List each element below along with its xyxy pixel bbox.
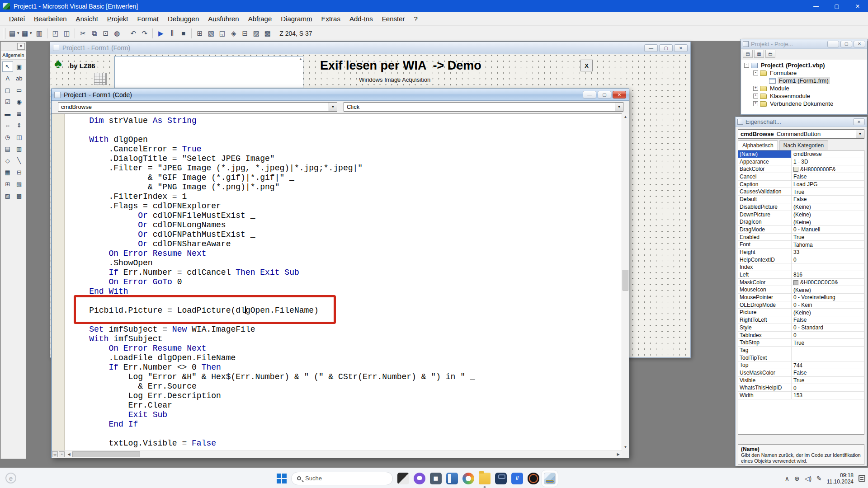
code-line[interactable]: Or cdlOFNPathMustExist _	[70, 230, 622, 239]
hscrollbar-tool[interactable]: ⇔	[2, 120, 13, 131]
property-row[interactable]: CaptionLoad JPG	[738, 181, 864, 188]
horizontal-scroll-thumb[interactable]	[72, 451, 140, 457]
optionbutton-tool[interactable]: ◉	[14, 97, 24, 107]
code-line[interactable]	[70, 429, 622, 439]
property-value[interactable]: True	[792, 377, 864, 384]
code-line[interactable]	[70, 126, 622, 135]
cut-button[interactable]: ✂	[77, 28, 89, 39]
minimize-button[interactable]: —	[806, 0, 826, 12]
code-line[interactable]: If Err.Number = cdlCancel Then Exit Sub	[70, 268, 622, 277]
timer-tool[interactable]: ◷	[2, 132, 13, 142]
code-line[interactable]: With dlgOpen	[70, 135, 622, 145]
form-textbox-control[interactable]: ▲	[114, 56, 303, 88]
media-player-app-icon[interactable]	[528, 473, 539, 484]
commandbutton-tool[interactable]: ▭	[14, 85, 24, 95]
property-row[interactable]: UseMaskColorFalse	[738, 369, 864, 377]
property-value[interactable]: (Keine)	[792, 211, 864, 218]
code-line[interactable]: Or cdlOFNLongNames _	[70, 221, 622, 230]
property-value[interactable]	[792, 263, 864, 271]
property-value[interactable]: 1 - 3D	[792, 158, 864, 165]
form-window-titlebar[interactable]: Project1 - Form1 (Form) — ▢ ✕	[50, 42, 690, 54]
scroll-left-icon[interactable]: ◀	[66, 451, 72, 458]
menu-format[interactable]: Format	[133, 13, 164, 24]
chat-app-icon[interactable]	[414, 473, 425, 484]
vscrollbar-tool[interactable]: ⇕	[14, 120, 24, 131]
code-line[interactable]: On Error Resume Next	[70, 344, 622, 353]
object-dropdown[interactable]: cmdBrowse ▼	[58, 102, 337, 112]
paste-button[interactable]: ⊡	[100, 28, 111, 39]
code-line[interactable]: Log "Error &H" & Hex$(Err.Number) & " ("…	[70, 372, 622, 382]
toolbox-close-icon[interactable]: ✕	[17, 43, 25, 50]
frame-tool[interactable]: ▢	[2, 85, 13, 95]
expand-icon[interactable]: +	[753, 94, 758, 99]
property-row[interactable]: CancelFalse	[738, 173, 864, 181]
add-project-button[interactable]: ▤▼	[8, 28, 21, 39]
redo-button[interactable]: ↷	[139, 28, 150, 39]
toolbox-tab-allgemein[interactable]: Allgemein	[1, 51, 26, 60]
property-row[interactable]: DragMode0 - Manuell	[738, 226, 864, 234]
tree-item-form1[interactable]: Form1 (Form1.frm)	[741, 77, 867, 84]
full-module-view-button[interactable]: ≡	[59, 451, 65, 457]
menu-diagramm[interactable]: Diagramm	[276, 13, 316, 24]
maximize-button[interactable]: ▢	[826, 0, 847, 12]
end-button[interactable]: ■	[178, 28, 189, 39]
data-view-button[interactable]: ▨	[250, 28, 262, 39]
notepad-app-icon[interactable]	[446, 473, 458, 484]
code-line[interactable]: .LoadFile dlgOpen.FileName	[70, 353, 622, 363]
property-value[interactable]: 0	[792, 256, 864, 263]
tree-item-formulare[interactable]: -Formulare	[741, 69, 867, 77]
property-value[interactable]: False	[792, 369, 864, 376]
chevron-down-icon[interactable]: ▼	[615, 103, 623, 111]
code-maximize-button[interactable]: ▢	[598, 91, 611, 99]
component-manager-button[interactable]: ▩	[262, 28, 273, 39]
volume-icon[interactable]: ◁)	[805, 475, 811, 482]
property-value[interactable]: True	[792, 234, 864, 241]
drivelistbox-tool[interactable]: ◫	[14, 132, 24, 142]
ole-tool[interactable]: ⊞	[2, 179, 13, 189]
property-value[interactable]: 153	[792, 392, 864, 399]
code-line[interactable]: Exit Sub	[70, 410, 622, 420]
common-dialog-control[interactable]	[94, 73, 107, 85]
property-value[interactable]: 0 - Standard	[792, 324, 864, 331]
code-window-titlebar[interactable]: Project1 - Form1 (Code) — ▢ ✕	[52, 89, 629, 101]
property-row[interactable]: FontTahoma	[738, 241, 864, 249]
tree-item-project1[interactable]: -Project1 (Project1.vbp)	[741, 61, 867, 69]
vertical-scroll-thumb[interactable]	[623, 270, 628, 291]
property-row[interactable]: CausesValidationTrue	[738, 188, 864, 196]
property-value[interactable]: (Keine)	[792, 286, 864, 293]
network-globe-icon[interactable]: ⊕	[794, 475, 800, 482]
property-value[interactable]: 816	[792, 271, 864, 278]
property-row[interactable]: ToolTipText	[738, 354, 864, 362]
code-line[interactable]: Err.Clear	[70, 401, 622, 410]
project-explorer-button[interactable]: ⊞	[194, 28, 205, 39]
code-line[interactable]: Dim strValue As String	[70, 116, 622, 126]
code-line[interactable]: & "PNG Image (*.png)|*.png"	[70, 183, 622, 192]
tab-alphabetisch[interactable]: Alphabetisch	[738, 141, 778, 150]
close-button[interactable]: ✕	[847, 0, 868, 12]
break-button[interactable]: Ⅱ	[166, 28, 178, 39]
property-value[interactable]	[792, 347, 864, 354]
property-row[interactable]: MaskColor&H00C0C0C0&	[738, 279, 864, 286]
object-selector-dropdown[interactable]: cmdBrowse CommandButton ▼	[738, 129, 864, 139]
form-maximize-button[interactable]: ▢	[659, 44, 673, 52]
form-layout-button[interactable]: ◱	[217, 28, 228, 39]
property-row[interactable]: MousePointer0 - Voreinstellung	[738, 294, 864, 301]
property-row[interactable]: Picture(Keine)	[738, 309, 864, 316]
code-line[interactable]: .FilterIndex = 1	[70, 192, 622, 202]
pen-input-icon[interactable]: ✎	[816, 475, 822, 482]
code-line[interactable]: On Error Resume Next	[70, 249, 622, 258]
data-tool[interactable]: ⊟	[14, 167, 24, 178]
tree-item-module[interactable]: +Module	[741, 84, 867, 92]
menu-debuggen[interactable]: Debuggen	[163, 13, 203, 24]
toolbar-grip[interactable]	[4, 28, 5, 39]
procedure-view-button[interactable]: ▭	[52, 451, 58, 457]
property-value[interactable]: Tahoma	[792, 241, 864, 248]
calculator-app-icon[interactable]: ▦	[430, 473, 442, 484]
code-line[interactable]: Set imfSubject = New WIA.ImageFile	[70, 325, 622, 334]
code-line[interactable]: & "GIF Image (*.gif)|*.gif|" _	[70, 173, 622, 183]
property-value[interactable]: 0	[792, 384, 864, 391]
code-minimize-button[interactable]: —	[583, 91, 596, 99]
code-line[interactable]: Log Err.Description	[70, 391, 622, 401]
property-value[interactable]	[792, 354, 864, 361]
menu-hilfe[interactable]: ?	[410, 13, 422, 24]
